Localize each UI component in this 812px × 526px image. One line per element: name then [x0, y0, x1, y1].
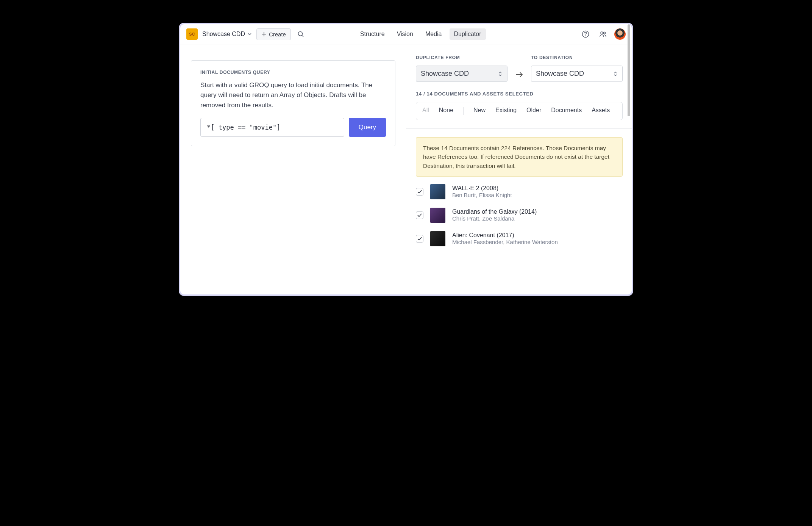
- filter-all[interactable]: All: [422, 107, 429, 115]
- users-button[interactable]: [597, 28, 609, 40]
- main-nav: Structure Vision Media Duplicator: [356, 28, 486, 40]
- create-button[interactable]: Create: [256, 28, 291, 40]
- svg-point-0: [298, 32, 302, 36]
- search-button[interactable]: [295, 28, 307, 40]
- help-icon: [582, 30, 589, 38]
- doc-thumbnail: [430, 208, 445, 223]
- doc-thumbnail: [430, 231, 445, 246]
- check-icon: [417, 237, 422, 241]
- doc-subtitle: Ben Burtt, Elissa Knight: [452, 192, 512, 198]
- arrow-icon: [515, 71, 523, 82]
- svg-point-3: [601, 32, 603, 34]
- search-icon: [297, 31, 304, 38]
- groq-query-input[interactable]: [200, 118, 344, 137]
- references-warning: These 14 Documents contain 224 Reference…: [416, 137, 623, 177]
- doc-subtitle: Michael Fassbender, Katherine Waterston: [452, 239, 558, 245]
- svg-point-4: [604, 32, 606, 34]
- content: INITIAL DOCUMENTS QUERY Start with a val…: [180, 44, 632, 294]
- app-window: SC Showcase CDD Create Structure Vision …: [179, 23, 633, 296]
- query-section-label: INITIAL DOCUMENTS QUERY: [200, 70, 386, 75]
- from-label: DUPLICATE FROM: [416, 55, 508, 60]
- filter-documents[interactable]: Documents: [551, 107, 582, 115]
- nav-structure[interactable]: Structure: [356, 28, 389, 40]
- filter-existing[interactable]: Existing: [495, 107, 517, 115]
- nav-vision[interactable]: Vision: [392, 28, 418, 40]
- filter-divider: [463, 107, 464, 115]
- destination-dataset-select[interactable]: Showcase CDD: [531, 66, 623, 82]
- source-destination-row: DUPLICATE FROM Showcase CDD TO DESTINATI…: [416, 55, 623, 82]
- run-query-button[interactable]: Query: [349, 118, 386, 137]
- chevron-down-icon: [247, 32, 252, 36]
- filter-assets[interactable]: Assets: [592, 107, 610, 115]
- selection-count-label: 14 / 14 DOCUMENTS AND ASSETS SELECTED: [416, 91, 623, 97]
- left-column: INITIAL DOCUMENTS QUERY Start with a val…: [180, 44, 406, 294]
- doc-title: WALL·E 2 (2008): [452, 185, 512, 192]
- create-label: Create: [269, 31, 286, 38]
- section-divider: [406, 128, 632, 129]
- doc-title: Guardians of the Galaxy (2014): [452, 208, 537, 215]
- user-avatar[interactable]: [614, 28, 626, 40]
- check-icon: [417, 190, 422, 194]
- filter-tabs: All None New Existing Older Documents As…: [416, 102, 623, 120]
- project-name: Showcase CDD: [202, 31, 245, 38]
- query-row: Query: [200, 118, 386, 137]
- doc-checkbox[interactable]: [416, 211, 423, 219]
- doc-subtitle: Chris Pratt, Zoe Saldana: [452, 215, 537, 222]
- doc-checkbox[interactable]: [416, 188, 423, 196]
- filter-older[interactable]: Older: [526, 107, 541, 115]
- destination-value: Showcase CDD: [536, 70, 584, 78]
- nav-duplicator[interactable]: Duplicator: [450, 28, 486, 40]
- updown-icon: [613, 71, 618, 77]
- help-button[interactable]: [579, 28, 592, 40]
- filter-new[interactable]: New: [473, 107, 486, 115]
- document-row: Alien: Covenant (2017) Michael Fassbende…: [416, 231, 623, 246]
- query-description: Start with a valid GROQ query to load in…: [200, 80, 386, 110]
- filter-none[interactable]: None: [439, 107, 453, 115]
- document-row: Guardians of the Galaxy (2014) Chris Pra…: [416, 208, 623, 223]
- updown-icon: [498, 71, 503, 77]
- topbar: SC Showcase CDD Create Structure Vision …: [180, 24, 632, 44]
- project-logo: SC: [186, 28, 198, 40]
- document-row: WALL·E 2 (2008) Ben Burtt, Elissa Knight: [416, 184, 623, 199]
- source-dataset-select[interactable]: Showcase CDD: [416, 66, 508, 82]
- check-icon: [417, 213, 422, 217]
- topbar-right: [579, 28, 626, 40]
- source-value: Showcase CDD: [421, 70, 469, 78]
- query-card: INITIAL DOCUMENTS QUERY Start with a val…: [191, 60, 395, 146]
- plus-icon: [261, 31, 267, 37]
- doc-checkbox[interactable]: [416, 235, 423, 243]
- svg-point-2: [585, 36, 586, 36]
- project-select[interactable]: Showcase CDD: [201, 29, 253, 39]
- doc-thumbnail: [430, 184, 445, 199]
- users-icon: [599, 30, 607, 38]
- doc-title: Alien: Covenant (2017): [452, 232, 558, 239]
- nav-media[interactable]: Media: [421, 28, 447, 40]
- to-label: TO DESTINATION: [531, 55, 623, 60]
- right-column: DUPLICATE FROM Showcase CDD TO DESTINATI…: [406, 44, 632, 294]
